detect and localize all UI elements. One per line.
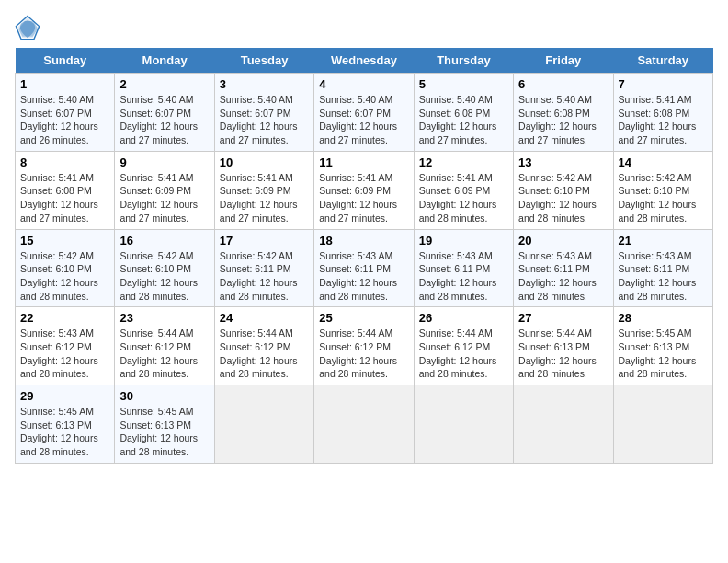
calendar-cell: 14Sunrise: 5:42 AMSunset: 6:10 PMDayligh… <box>613 151 712 229</box>
weekday-header-monday: Monday <box>115 48 214 74</box>
day-info: Sunrise: 5:44 AMSunset: 6:12 PMDaylight:… <box>119 327 209 381</box>
calendar-cell <box>214 385 313 464</box>
calendar-cell: 12Sunrise: 5:41 AMSunset: 6:09 PMDayligh… <box>414 151 513 229</box>
day-info: Sunrise: 5:42 AMSunset: 6:10 PMDaylight:… <box>119 249 209 304</box>
day-number: 23 <box>119 311 209 325</box>
calendar-cell <box>414 385 513 464</box>
day-info: Sunrise: 5:41 AMSunset: 6:09 PMDaylight:… <box>119 171 209 225</box>
calendar-cell: 18Sunrise: 5:43 AMSunset: 6:11 PMDayligh… <box>314 229 414 307</box>
day-number: 21 <box>619 234 708 247</box>
calendar-cell: 2Sunrise: 5:40 AMSunset: 6:07 PMDaylight… <box>115 74 214 152</box>
day-number: 10 <box>220 155 309 169</box>
day-info: Sunrise: 5:40 AMSunset: 6:07 PMDaylight:… <box>119 93 209 147</box>
calendar-cell: 9Sunrise: 5:41 AMSunset: 6:09 PMDaylight… <box>115 151 214 229</box>
day-info: Sunrise: 5:41 AMSunset: 6:09 PMDaylight:… <box>419 171 508 225</box>
weekday-header-thursday: Thursday <box>414 48 513 74</box>
calendar-cell: 1Sunrise: 5:40 AMSunset: 6:07 PMDaylight… <box>16 74 115 152</box>
day-number: 20 <box>518 234 608 247</box>
calendar-cell <box>613 385 712 464</box>
day-info: Sunrise: 5:41 AMSunset: 6:08 PMDaylight:… <box>619 93 708 147</box>
calendar-cell: 16Sunrise: 5:42 AMSunset: 6:10 PMDayligh… <box>115 229 214 307</box>
day-number: 6 <box>518 77 608 91</box>
day-number: 17 <box>220 234 309 247</box>
calendar-cell: 20Sunrise: 5:43 AMSunset: 6:11 PMDayligh… <box>514 229 613 307</box>
weekday-header-saturday: Saturday <box>613 48 712 74</box>
day-info: Sunrise: 5:42 AMSunset: 6:10 PMDaylight:… <box>619 171 708 225</box>
header <box>15 15 713 40</box>
calendar-cell: 24Sunrise: 5:44 AMSunset: 6:12 PMDayligh… <box>214 307 313 385</box>
calendar-cell: 25Sunrise: 5:44 AMSunset: 6:12 PMDayligh… <box>314 307 414 385</box>
day-info: Sunrise: 5:40 AMSunset: 6:08 PMDaylight:… <box>518 93 608 147</box>
day-number: 5 <box>419 77 508 91</box>
day-info: Sunrise: 5:43 AMSunset: 6:11 PMDaylight:… <box>319 249 408 304</box>
calendar-cell: 19Sunrise: 5:43 AMSunset: 6:11 PMDayligh… <box>414 229 513 307</box>
calendar-header: SundayMondayTuesdayWednesdayThursdayFrid… <box>16 48 713 74</box>
weekday-header-tuesday: Tuesday <box>214 48 313 74</box>
day-info: Sunrise: 5:40 AMSunset: 6:07 PMDaylight:… <box>319 93 408 147</box>
calendar-cell: 7Sunrise: 5:41 AMSunset: 6:08 PMDaylight… <box>613 74 712 152</box>
calendar-week-row: 22Sunrise: 5:43 AMSunset: 6:12 PMDayligh… <box>16 307 713 385</box>
day-info: Sunrise: 5:42 AMSunset: 6:10 PMDaylight:… <box>518 171 608 225</box>
day-number: 11 <box>319 155 408 169</box>
calendar-cell: 23Sunrise: 5:44 AMSunset: 6:12 PMDayligh… <box>115 307 214 385</box>
calendar-cell: 4Sunrise: 5:40 AMSunset: 6:07 PMDaylight… <box>314 74 414 152</box>
day-number: 30 <box>119 389 209 403</box>
general-blue-logo-icon <box>15 15 40 40</box>
day-number: 14 <box>619 155 708 169</box>
day-info: Sunrise: 5:40 AMSunset: 6:08 PMDaylight:… <box>419 93 508 147</box>
day-info: Sunrise: 5:40 AMSunset: 6:07 PMDaylight:… <box>20 93 109 147</box>
day-info: Sunrise: 5:45 AMSunset: 6:13 PMDaylight:… <box>619 327 708 381</box>
day-info: Sunrise: 5:40 AMSunset: 6:07 PMDaylight:… <box>220 93 309 147</box>
weekday-header-sunday: Sunday <box>16 48 115 74</box>
logo <box>15 15 44 40</box>
day-number: 2 <box>119 77 209 91</box>
day-info: Sunrise: 5:43 AMSunset: 6:11 PMDaylight:… <box>419 249 508 304</box>
calendar-cell: 17Sunrise: 5:42 AMSunset: 6:11 PMDayligh… <box>214 229 313 307</box>
calendar-cell: 27Sunrise: 5:44 AMSunset: 6:13 PMDayligh… <box>514 307 613 385</box>
weekday-header-wednesday: Wednesday <box>314 48 414 74</box>
day-info: Sunrise: 5:43 AMSunset: 6:12 PMDaylight:… <box>20 327 109 381</box>
day-number: 26 <box>419 311 508 325</box>
calendar-cell: 30Sunrise: 5:45 AMSunset: 6:13 PMDayligh… <box>115 385 214 464</box>
day-info: Sunrise: 5:44 AMSunset: 6:13 PMDaylight:… <box>518 327 608 381</box>
day-number: 25 <box>319 311 408 325</box>
calendar-table: SundayMondayTuesdayWednesdayThursdayFrid… <box>15 48 713 464</box>
day-info: Sunrise: 5:43 AMSunset: 6:11 PMDaylight:… <box>518 249 608 304</box>
day-number: 3 <box>220 77 309 91</box>
calendar-cell: 5Sunrise: 5:40 AMSunset: 6:08 PMDaylight… <box>414 74 513 152</box>
day-number: 18 <box>319 234 408 247</box>
calendar-cell: 28Sunrise: 5:45 AMSunset: 6:13 PMDayligh… <box>613 307 712 385</box>
calendar-cell: 21Sunrise: 5:43 AMSunset: 6:11 PMDayligh… <box>613 229 712 307</box>
calendar-cell: 8Sunrise: 5:41 AMSunset: 6:08 PMDaylight… <box>16 151 115 229</box>
day-number: 15 <box>20 234 109 247</box>
day-info: Sunrise: 5:42 AMSunset: 6:11 PMDaylight:… <box>220 249 309 304</box>
day-number: 27 <box>518 311 608 325</box>
calendar-week-row: 15Sunrise: 5:42 AMSunset: 6:10 PMDayligh… <box>16 229 713 307</box>
calendar-cell: 3Sunrise: 5:40 AMSunset: 6:07 PMDaylight… <box>214 74 313 152</box>
day-number: 4 <box>319 77 408 91</box>
day-info: Sunrise: 5:44 AMSunset: 6:12 PMDaylight:… <box>419 327 508 381</box>
day-info: Sunrise: 5:44 AMSunset: 6:12 PMDaylight:… <box>319 327 408 381</box>
day-number: 28 <box>619 311 708 325</box>
day-number: 24 <box>220 311 309 325</box>
day-number: 13 <box>518 155 608 169</box>
day-info: Sunrise: 5:41 AMSunset: 6:09 PMDaylight:… <box>319 171 408 225</box>
calendar-cell: 22Sunrise: 5:43 AMSunset: 6:12 PMDayligh… <box>16 307 115 385</box>
day-number: 19 <box>419 234 508 247</box>
day-info: Sunrise: 5:42 AMSunset: 6:10 PMDaylight:… <box>20 249 109 304</box>
day-number: 9 <box>119 155 209 169</box>
calendar-cell: 15Sunrise: 5:42 AMSunset: 6:10 PMDayligh… <box>16 229 115 307</box>
calendar-week-row: 1Sunrise: 5:40 AMSunset: 6:07 PMDaylight… <box>16 74 713 152</box>
day-info: Sunrise: 5:45 AMSunset: 6:13 PMDaylight:… <box>119 405 209 459</box>
day-number: 8 <box>20 155 109 169</box>
day-number: 7 <box>619 77 708 91</box>
calendar-cell: 26Sunrise: 5:44 AMSunset: 6:12 PMDayligh… <box>414 307 513 385</box>
day-number: 22 <box>20 311 109 325</box>
day-info: Sunrise: 5:44 AMSunset: 6:12 PMDaylight:… <box>220 327 309 381</box>
calendar-cell: 10Sunrise: 5:41 AMSunset: 6:09 PMDayligh… <box>214 151 313 229</box>
day-number: 16 <box>119 234 209 247</box>
calendar-cell: 11Sunrise: 5:41 AMSunset: 6:09 PMDayligh… <box>314 151 414 229</box>
day-number: 1 <box>20 77 109 91</box>
day-number: 29 <box>20 389 109 403</box>
calendar-cell <box>314 385 414 464</box>
